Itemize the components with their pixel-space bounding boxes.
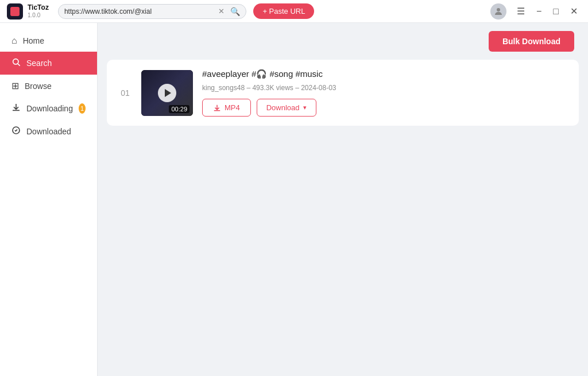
sidebar-item-downloading[interactable]: Downloading 1 — [0, 97, 97, 120]
browse-icon: ⊞ — [11, 80, 19, 91]
sidebar-label-home: Home — [23, 36, 44, 45]
content-area: Bulk Download 01 00:29 #aveeplayer #🎧 #s… — [98, 23, 588, 376]
video-list: 01 00:29 #aveeplayer #🎧 #song #music kin… — [98, 60, 588, 376]
url-bar[interactable]: https://www.tiktok.com/@xial ✕ 🔍 — [58, 4, 247, 19]
home-icon: ⌂ — [11, 36, 17, 46]
video-info: #aveeplayer #🎧 #song #music king_songs48… — [202, 69, 567, 117]
video-index: 01 — [118, 88, 132, 98]
video-meta: king_songs48 – 493.3K views – 2024-08-03 — [202, 84, 567, 92]
video-views: 493.3K views — [252, 84, 293, 92]
search-icon[interactable]: 🔍 — [230, 7, 240, 16]
minimize-button[interactable]: − — [533, 5, 545, 18]
app-logo — [7, 3, 23, 20]
svg-point-1 — [13, 59, 18, 64]
svg-line-2 — [18, 64, 20, 66]
app-name: TicToz — [28, 3, 49, 11]
maximize-button[interactable]: □ — [550, 5, 562, 18]
chevron-down-icon: ▾ — [303, 104, 307, 111]
sidebar-label-downloading: Downloading — [26, 104, 73, 113]
bulk-download-button[interactable]: Bulk Download — [489, 31, 574, 52]
mp4-button[interactable]: MP4 — [202, 99, 251, 117]
video-card: 01 00:29 #aveeplayer #🎧 #song #music kin… — [107, 60, 579, 126]
paste-url-button[interactable]: + Paste URL — [253, 3, 314, 19]
downloading-icon — [11, 103, 21, 114]
close-button[interactable]: ✕ — [567, 5, 581, 18]
play-icon — [158, 84, 176, 102]
titlebar: TicToz 1.0.0 https://www.tiktok.com/@xia… — [0, 0, 588, 23]
url-text: https://www.tiktok.com/@xial — [64, 7, 215, 15]
video-actions: MP4 Download ▾ — [202, 99, 567, 117]
download-label: Download — [266, 103, 300, 112]
sidebar: ⌂ Home Search ⊞ Browse Downloading 1 Dow… — [0, 23, 98, 376]
video-duration: 00:29 — [169, 105, 189, 113]
download-icon — [213, 104, 221, 112]
menu-button[interactable]: ☰ — [513, 5, 528, 18]
app-title-block: TicToz 1.0.0 — [28, 3, 49, 18]
url-clear-icon[interactable]: ✕ — [218, 7, 225, 15]
search-nav-icon — [11, 57, 21, 69]
sidebar-label-downloaded: Downloaded — [26, 127, 71, 136]
download-button[interactable]: Download ▾ — [257, 99, 316, 117]
video-thumbnail: 00:29 — [141, 70, 193, 116]
sidebar-item-browse[interactable]: ⊞ Browse — [0, 75, 97, 97]
sidebar-label-search: Search — [26, 59, 52, 68]
downloaded-icon — [11, 126, 21, 137]
sidebar-item-downloaded[interactable]: Downloaded — [0, 120, 97, 143]
mp4-label: MP4 — [225, 103, 240, 112]
video-title: #aveeplayer #🎧 #song #music — [202, 69, 567, 79]
sidebar-item-home[interactable]: ⌂ Home — [0, 30, 97, 52]
window-controls: ☰ − □ ✕ — [513, 5, 581, 18]
svg-point-0 — [497, 8, 500, 11]
downloading-badge: 1 — [79, 103, 86, 114]
video-author: king_songs48 — [202, 84, 245, 92]
top-bar: Bulk Download — [98, 23, 588, 60]
main-layout: ⌂ Home Search ⊞ Browse Downloading 1 Dow… — [0, 23, 588, 376]
video-date: 2024-08-03 — [301, 84, 336, 92]
app-version: 1.0.0 — [28, 12, 49, 19]
avatar[interactable] — [490, 3, 506, 20]
sidebar-label-browse: Browse — [25, 82, 52, 91]
sidebar-item-search[interactable]: Search — [0, 52, 97, 75]
